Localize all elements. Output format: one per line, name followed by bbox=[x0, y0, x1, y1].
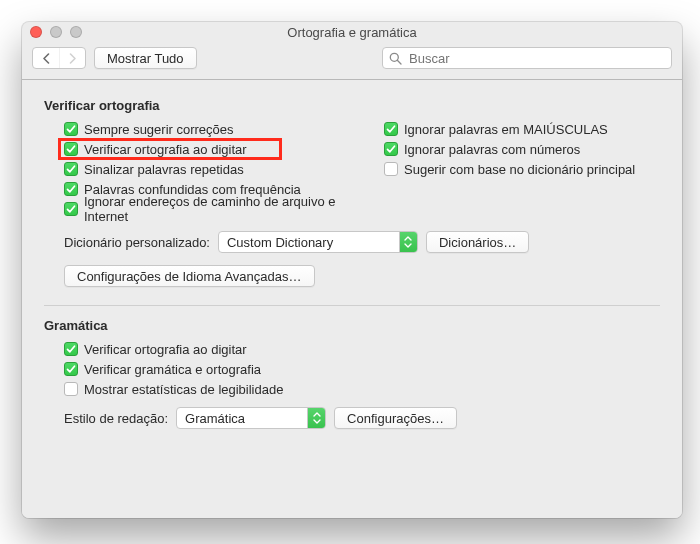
checkmark-icon bbox=[66, 364, 76, 374]
zoom-window-button[interactable] bbox=[70, 26, 82, 38]
checkbox-g-readability[interactable] bbox=[64, 382, 78, 396]
spelling-columns: Sempre sugerir correçõesVerificar ortogr… bbox=[44, 119, 660, 219]
checkbox-confused-words[interactable] bbox=[64, 182, 78, 196]
checkmark-icon bbox=[66, 204, 76, 214]
grammar-options: Verificar ortografia ao digitarVerificar… bbox=[64, 339, 660, 399]
checkbox-label-flag-repeated: Sinalizar palavras repetidas bbox=[84, 162, 244, 177]
checkbox-ignore-paths[interactable] bbox=[64, 202, 78, 216]
checkmark-icon bbox=[386, 124, 396, 134]
window-title: Ortografia e gramática bbox=[287, 25, 416, 40]
grammar-heading: Gramática bbox=[44, 318, 660, 333]
spelling-right-column: Ignorar palavras em MAIÚSCULASIgnorar pa… bbox=[384, 119, 660, 219]
nav-back-forward bbox=[32, 47, 86, 69]
writing-style-row: Estilo de redação: Gramática Configuraçõ… bbox=[64, 407, 660, 429]
checkbox-row-flag-repeated: Sinalizar palavras repetidas bbox=[64, 159, 364, 179]
traffic-lights bbox=[30, 26, 82, 38]
titlebar: Ortografia e gramática bbox=[22, 22, 682, 43]
checkbox-row-ignore-paths: Ignorar endereços de caminho de arquivo … bbox=[64, 199, 364, 219]
checkbox-row-ignore-numbers: Ignorar palavras com números bbox=[384, 139, 660, 159]
nav-back-button[interactable] bbox=[33, 48, 59, 68]
advanced-language-row: Configurações de Idioma Avançadas… bbox=[64, 265, 660, 287]
updown-stepper-icon bbox=[307, 408, 325, 428]
dictionaries-button[interactable]: Dicionários… bbox=[426, 231, 529, 253]
search-input[interactable] bbox=[407, 50, 665, 67]
checkmark-icon bbox=[66, 124, 76, 134]
checkmark-icon bbox=[66, 164, 76, 174]
spelling-left-column: Sempre sugerir correçõesVerificar ortogr… bbox=[64, 119, 364, 219]
preferences-body: Verificar ortografia Sempre sugerir corr… bbox=[22, 80, 682, 518]
checkbox-row-g-check-as-type: Verificar ortografia ao digitar bbox=[64, 339, 660, 359]
checkbox-row-check-as-type: Verificar ortografia ao digitar bbox=[64, 139, 364, 159]
checkbox-check-as-type[interactable] bbox=[64, 142, 78, 156]
search-icon bbox=[389, 52, 402, 65]
advanced-language-button[interactable]: Configurações de Idioma Avançadas… bbox=[64, 265, 315, 287]
checkbox-row-ignore-uppercase: Ignorar palavras em MAIÚSCULAS bbox=[384, 119, 660, 139]
svg-line-1 bbox=[397, 60, 401, 64]
checkbox-g-check-as-type[interactable] bbox=[64, 342, 78, 356]
writing-style-select[interactable]: Gramática bbox=[176, 407, 326, 429]
checkmark-icon bbox=[66, 144, 76, 154]
checkbox-label-suggest-main-dict: Sugerir com base no dicionário principal bbox=[404, 162, 635, 177]
checkbox-g-check-grammar[interactable] bbox=[64, 362, 78, 376]
checkbox-label-always-suggest: Sempre sugerir correções bbox=[84, 122, 234, 137]
checkbox-label-check-as-type: Verificar ortografia ao digitar bbox=[84, 142, 247, 157]
checkbox-label-ignore-paths: Ignorar endereços de caminho de arquivo … bbox=[84, 194, 364, 224]
checkmark-icon bbox=[386, 144, 396, 154]
grammar-settings-button[interactable]: Configurações… bbox=[334, 407, 457, 429]
checkbox-row-suggest-main-dict: Sugerir com base no dicionário principal bbox=[384, 159, 660, 179]
preferences-window: Ortografia e gramática Mostrar Tudo Veri… bbox=[22, 22, 682, 518]
checkbox-row-always-suggest: Sempre sugerir correções bbox=[64, 119, 364, 139]
show-all-button[interactable]: Mostrar Tudo bbox=[94, 47, 197, 69]
checkbox-label-ignore-numbers: Ignorar palavras com números bbox=[404, 142, 580, 157]
search-field-wrap[interactable] bbox=[382, 47, 672, 69]
checkbox-ignore-numbers[interactable] bbox=[384, 142, 398, 156]
toolbar: Mostrar Tudo bbox=[22, 43, 682, 80]
checkbox-row-g-check-grammar: Verificar gramática e ortografia bbox=[64, 359, 660, 379]
spelling-heading: Verificar ortografia bbox=[44, 98, 660, 113]
checkbox-row-g-readability: Mostrar estatísticas de legibilidade bbox=[64, 379, 660, 399]
writing-style-label: Estilo de redação: bbox=[64, 411, 168, 426]
checkmark-icon bbox=[66, 184, 76, 194]
chevron-left-icon bbox=[42, 53, 51, 64]
chevron-right-icon bbox=[68, 53, 77, 64]
custom-dictionary-select[interactable]: Custom Dictionary bbox=[218, 231, 418, 253]
checkbox-label-g-check-grammar: Verificar gramática e ortografia bbox=[84, 362, 261, 377]
checkbox-suggest-main-dict[interactable] bbox=[384, 162, 398, 176]
checkbox-ignore-uppercase[interactable] bbox=[384, 122, 398, 136]
custom-dictionary-label: Dicionário personalizado: bbox=[64, 235, 210, 250]
minimize-window-button[interactable] bbox=[50, 26, 62, 38]
updown-stepper-icon bbox=[399, 232, 417, 252]
close-window-button[interactable] bbox=[30, 26, 42, 38]
checkbox-always-suggest[interactable] bbox=[64, 122, 78, 136]
custom-dictionary-row: Dicionário personalizado: Custom Diction… bbox=[64, 231, 660, 253]
checkbox-flag-repeated[interactable] bbox=[64, 162, 78, 176]
nav-forward-button[interactable] bbox=[59, 48, 85, 68]
custom-dictionary-value: Custom Dictionary bbox=[219, 232, 399, 252]
section-divider bbox=[44, 305, 660, 306]
checkbox-label-g-readability: Mostrar estatísticas de legibilidade bbox=[84, 382, 283, 397]
checkbox-label-g-check-as-type: Verificar ortografia ao digitar bbox=[84, 342, 247, 357]
checkbox-label-ignore-uppercase: Ignorar palavras em MAIÚSCULAS bbox=[404, 122, 608, 137]
checkmark-icon bbox=[66, 344, 76, 354]
writing-style-value: Gramática bbox=[177, 408, 307, 428]
